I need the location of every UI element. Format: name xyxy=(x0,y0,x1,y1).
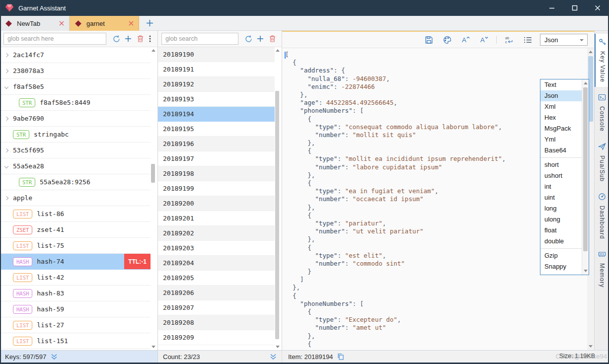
dropdown-scrollbar[interactable] xyxy=(582,79,589,275)
tree-group-row[interactable]: 238078a3 xyxy=(0,63,151,79)
key-row[interactable]: LISTlist-27 xyxy=(0,317,151,333)
refresh-icon[interactable] xyxy=(242,33,254,45)
load-more-items-icon[interactable] xyxy=(270,353,277,360)
key-row[interactable]: ZSETzset-41 xyxy=(0,222,151,238)
list-item[interactable]: 20189202 xyxy=(158,226,275,241)
format-option-snappy[interactable]: Snappy xyxy=(540,261,582,272)
list-item[interactable]: 20189192 xyxy=(158,77,275,92)
format-option-base64[interactable]: Base64 xyxy=(540,145,582,156)
close-button[interactable] xyxy=(586,0,609,16)
key-row[interactable]: HASHhash-83 xyxy=(0,286,151,301)
list-item[interactable]: 20189205 xyxy=(158,271,275,286)
key-row[interactable]: HASHhash-59 xyxy=(0,301,151,317)
expand-arrow-icon[interactable] xyxy=(5,117,13,120)
keys-scrollbar[interactable] xyxy=(151,47,156,350)
tree-group-row[interactable]: 9abe7690 xyxy=(0,111,151,127)
list-item[interactable]: 20189201 xyxy=(158,211,275,226)
format-option-int[interactable]: int xyxy=(540,181,582,192)
format-select[interactable]: Json xyxy=(540,34,588,46)
side-tab-key-value[interactable]: Key Value xyxy=(595,34,609,87)
format-option-msgpack[interactable]: MsgPack xyxy=(540,123,582,134)
format-option-yml[interactable]: Yml xyxy=(540,134,582,145)
tree-group-row[interactable]: 53c5f695 xyxy=(0,143,151,158)
key-row[interactable]: HASHhash-74TTL:-1 xyxy=(0,254,151,270)
key-row[interactable]: LISTlist-86 xyxy=(0,206,151,222)
format-option-ushort[interactable]: ushort xyxy=(540,170,582,181)
expand-arrow-icon[interactable] xyxy=(5,149,13,152)
tree-group-row[interactable]: 2ac14fc7 xyxy=(0,47,151,63)
list-item[interactable]: 20189207 xyxy=(158,300,275,315)
side-tab-pua-sub[interactable]: Pua/Sub xyxy=(595,138,609,186)
list-item[interactable]: 20189199 xyxy=(158,181,275,196)
keys-search-input[interactable] xyxy=(3,33,106,45)
collapse-arrow-icon[interactable] xyxy=(5,85,13,88)
more-options-icon[interactable] xyxy=(146,33,154,45)
tab-garnet[interactable]: garnet xyxy=(70,16,139,31)
key-row[interactable]: LISTlist-42 xyxy=(0,270,151,286)
refresh-icon[interactable] xyxy=(110,33,122,45)
add-key-icon[interactable] xyxy=(122,33,134,45)
expand-arrow-icon[interactable] xyxy=(5,54,13,57)
add-tab-button[interactable] xyxy=(139,16,160,30)
list-item[interactable]: 20189203 xyxy=(158,241,275,256)
tab-close-icon[interactable] xyxy=(59,21,64,26)
list-item[interactable]: 20189198 xyxy=(158,166,275,181)
list-item[interactable]: 20189204 xyxy=(158,256,275,271)
key-row[interactable]: STRstringabc xyxy=(0,127,151,143)
expand-arrow-icon[interactable] xyxy=(5,70,13,73)
list-item[interactable]: 20189197 xyxy=(158,151,275,166)
format-option-short[interactable]: short xyxy=(540,159,582,170)
key-row[interactable]: LISTlist-151 xyxy=(0,333,151,349)
items-search-input[interactable] xyxy=(161,33,238,45)
list-item[interactable]: 20189195 xyxy=(158,122,275,137)
tree-group-row[interactable]: 55a5ea28 xyxy=(0,158,151,174)
items-scrollbar[interactable] xyxy=(275,47,281,350)
save-icon[interactable] xyxy=(423,34,435,46)
tree-group-row[interactable]: f8af58e5 xyxy=(0,79,151,95)
add-item-icon[interactable] xyxy=(254,33,266,45)
format-option-long[interactable]: long xyxy=(540,203,582,214)
list-item[interactable]: 20189193 xyxy=(158,92,275,107)
format-option-text[interactable]: Text xyxy=(540,79,582,90)
list-item[interactable]: 20189196 xyxy=(158,137,275,151)
word-wrap-icon[interactable]: abc xyxy=(503,34,515,46)
list-item[interactable]: 20189209 xyxy=(158,330,275,345)
side-tab-memory[interactable]: Memory xyxy=(595,246,609,292)
list-item[interactable]: 20189194 xyxy=(158,107,275,122)
format-option-ulong[interactable]: ulong xyxy=(540,214,582,225)
list-item[interactable]: 20189200 xyxy=(158,196,275,211)
format-option-gzip[interactable]: Gzip xyxy=(540,250,582,261)
side-tab-dashboard[interactable]: Dashboard xyxy=(595,188,609,244)
format-option-double[interactable]: double xyxy=(540,236,582,247)
font-decrease-icon[interactable]: A xyxy=(478,34,490,46)
maximize-button[interactable] xyxy=(563,0,586,16)
key-label: hash-83 xyxy=(37,290,64,297)
load-more-keys-icon[interactable] xyxy=(51,353,58,360)
expand-arrow-icon[interactable] xyxy=(5,197,13,200)
format-option-float[interactable]: float xyxy=(540,225,582,236)
delete-item-icon[interactable] xyxy=(266,33,278,45)
list-item[interactable]: 20189191 xyxy=(158,62,275,77)
key-row[interactable]: STR55a5ea28:9256 xyxy=(0,174,151,190)
outline-list-icon[interactable] xyxy=(522,34,533,46)
list-item[interactable]: 20189208 xyxy=(158,315,275,330)
copy-icon[interactable] xyxy=(337,353,344,360)
tab-newtab[interactable]: NewTab xyxy=(0,16,70,31)
delete-key-icon[interactable] xyxy=(134,33,146,45)
format-option-uint[interactable]: uint xyxy=(540,192,582,203)
format-option-xml[interactable]: Xml xyxy=(540,101,582,112)
list-item[interactable]: 20189190 xyxy=(158,47,275,62)
theme-palette-icon[interactable] xyxy=(441,34,453,46)
tab-close-icon[interactable] xyxy=(129,21,134,26)
collapse-arrow-icon[interactable] xyxy=(5,165,13,168)
side-tab-console[interactable]: Console xyxy=(595,89,609,136)
format-option-hex[interactable]: Hex xyxy=(540,112,582,123)
minimize-button[interactable] xyxy=(540,0,563,16)
tree-group-row[interactable]: apple xyxy=(0,190,151,206)
font-increase-icon[interactable]: A xyxy=(459,34,471,46)
list-item[interactable]: 20189206 xyxy=(158,286,275,300)
format-option-lz4[interactable]: LZ4 xyxy=(540,272,582,275)
format-option-json[interactable]: Json xyxy=(540,90,582,101)
key-row[interactable]: LISTlist-75 xyxy=(0,238,151,254)
key-row[interactable]: STRf8af58e5:8449 xyxy=(0,95,151,111)
